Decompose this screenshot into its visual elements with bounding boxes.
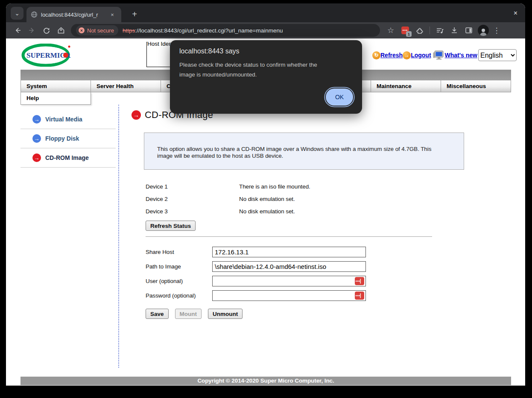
dialog-message-line1: Please check the device status to confir… [179, 60, 317, 70]
mount-button[interactable]: Mount [175, 309, 202, 319]
logout-icon[interactable]: → [403, 51, 411, 59]
sidebar-divider [118, 105, 119, 368]
device-name: Device 2 [146, 196, 239, 202]
logout-link[interactable]: Logout [411, 52, 431, 59]
share-host-label: Share Host [146, 249, 212, 255]
arrow-circle-icon: → [32, 134, 41, 143]
footer-copyright: Copyright © 2014-2020 Super Micro Comput… [20, 377, 511, 385]
device-status: No disk emulation set. [239, 196, 310, 202]
arrow-circle-icon: → [32, 115, 41, 124]
active-tab[interactable]: localhost:8443/cgi/url_r × [26, 7, 121, 22]
whats-new-monitor-icon [433, 50, 444, 60]
refresh-link[interactable]: Refresh [380, 52, 403, 59]
dialog-ok-button[interactable]: OK [326, 88, 353, 106]
share-host-input[interactable] [212, 247, 366, 257]
url-scheme-struck: https [123, 27, 135, 34]
info-text: This option allows you to share a CD-ROM… [157, 146, 447, 159]
bookmark-star-icon[interactable]: ☆ [383, 24, 398, 37]
browser-window: ⌄ localhost:8443/cgi/url_r × + × [6, 3, 525, 386]
profile-avatar[interactable] [476, 24, 491, 37]
menu-item-system[interactable]: System [20, 80, 91, 92]
menu-item-miscellaneous[interactable]: Miscellaneous [441, 80, 511, 92]
supermicro-logo: SUPERMICR [21, 44, 73, 67]
password-input[interactable] [212, 290, 366, 301]
screen: ⌄ localhost:8443/cgi/url_r × + × [0, 0, 532, 398]
reload-button[interactable] [39, 24, 54, 37]
section-divider [146, 236, 432, 237]
whats-new-link[interactable]: What's new [445, 52, 477, 59]
refresh-status-button[interactable]: Refresh Status [146, 221, 196, 231]
tab-search-button[interactable]: ⌄ [11, 7, 23, 20]
unmount-button[interactable]: Unmount [208, 309, 243, 319]
save-button[interactable]: Save [146, 309, 169, 319]
browser-menu-icon[interactable]: ⋮ [491, 24, 503, 37]
language-select[interactable]: English [478, 49, 517, 61]
tab-title: localhost:8443/cgi/url_r [41, 12, 105, 18]
user-label: User (optional) [146, 278, 212, 284]
menu-item-help[interactable]: Help [20, 92, 91, 105]
toolbar-right-cluster: ☆ ••• 1 [383, 24, 503, 37]
form-actions: Save Mount Unmount [146, 309, 243, 319]
sidebar-nav: → Virtual Media → Floppy Disk → CD-ROM I… [20, 110, 116, 168]
url-rest: ://localhost:8443/cgi/url_redirect.cgi?u… [135, 27, 283, 34]
menu-item-maintenance[interactable]: Maintenance [371, 80, 441, 92]
not-secure-badge[interactable]: × Not secure [76, 25, 118, 35]
path-to-image-label: Path to Image [146, 263, 212, 270]
not-secure-icon: × [79, 27, 85, 33]
title-arrow-icon: → [132, 110, 141, 120]
info-box: This option allows you to share a CD-ROM… [144, 133, 464, 170]
browser-toolbar: × Not secure https://localhost:8443/cgi/… [6, 22, 525, 38]
adblock-extension-icon[interactable]: ••• 1 [398, 24, 412, 37]
arrow-circle-icon: → [32, 153, 41, 162]
device-status-list: Device 1 There is an iso file mounted. D… [146, 183, 310, 215]
device-status: No disk emulation set. [239, 208, 310, 215]
back-button[interactable] [10, 24, 25, 37]
path-to-image-input[interactable] [212, 261, 366, 272]
js-alert-dialog: localhost:8443 says Please check the dev… [170, 40, 362, 114]
forward-button[interactable] [25, 24, 39, 37]
share-form: Share Host Path to Image User (optional)… [146, 247, 366, 301]
new-tab-button[interactable]: + [129, 9, 140, 20]
extensions-puzzle-icon[interactable] [412, 24, 427, 37]
password-manager-icon[interactable]: •••▏ [355, 277, 364, 285]
sidebar-item-virtual-media[interactable]: → Virtual Media [20, 110, 116, 129]
password-label: Password (optional) [146, 292, 212, 299]
password-manager-icon[interactable]: •••▏ [355, 292, 364, 300]
address-bar[interactable]: × Not secure https://localhost:8443/cgi/… [71, 24, 380, 37]
menu-item-server-health[interactable]: Server Health [91, 80, 161, 92]
device-name: Device 1 [146, 183, 239, 190]
tab-strip: ⌄ localhost:8443/cgi/url_r × + × [6, 3, 525, 22]
refresh-icon[interactable]: ↻ [372, 51, 380, 59]
media-controls-icon[interactable] [433, 24, 447, 37]
header-links: ↻ Refresh → Logout What's new English [372, 49, 517, 62]
not-secure-label: Not secure [87, 27, 114, 34]
user-input[interactable] [212, 276, 366, 286]
toolbar-separator [430, 27, 430, 34]
device-status: There is an iso file mounted. [239, 183, 310, 190]
dialog-title: localhost:8443 says [179, 47, 240, 55]
download-icon[interactable] [447, 24, 462, 37]
sidebar-item-cdrom-image[interactable]: → CD-ROM Image [20, 148, 116, 168]
globe-favicon-icon [31, 11, 38, 18]
dialog-message-line2: image is mounted/unmounted. [179, 70, 257, 80]
side-panel-icon[interactable] [462, 24, 476, 37]
home-button[interactable] [54, 24, 68, 37]
extension-badge: 1 [406, 31, 412, 37]
window-close-button[interactable]: × [514, 9, 517, 17]
device-name: Device 3 [146, 208, 239, 215]
sidebar-item-floppy-disk[interactable]: → Floppy Disk [20, 129, 116, 148]
url-text: https://localhost:8443/cgi/url_redirect.… [123, 27, 283, 34]
tab-close-icon[interactable]: × [108, 11, 116, 18]
